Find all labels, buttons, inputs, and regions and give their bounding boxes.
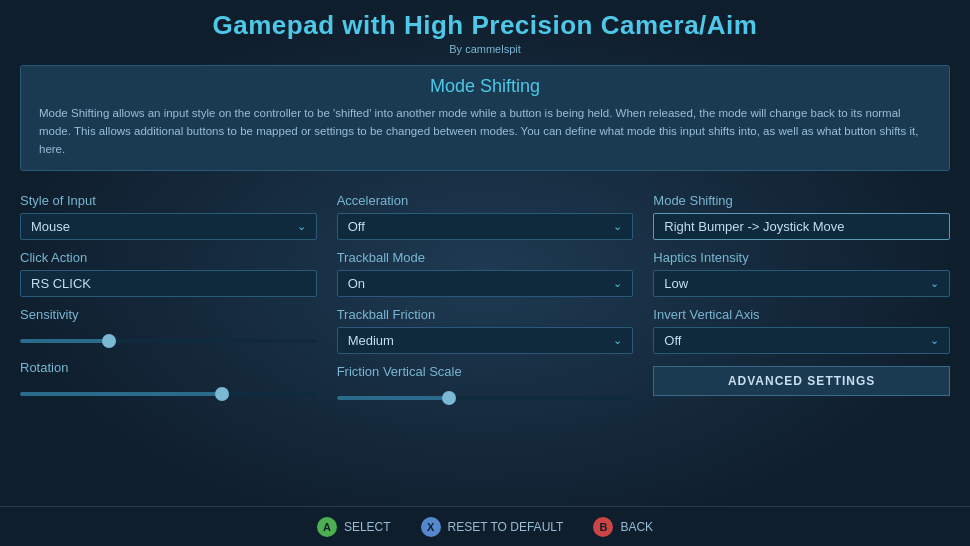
mode-shifting-value: Right Bumper -> Joystick Move bbox=[664, 219, 844, 234]
btn-b-icon: B bbox=[593, 517, 613, 537]
friction-slider-thumb[interactable] bbox=[442, 391, 456, 405]
col-right: Mode Shifting Right Bumper -> Joystick M… bbox=[653, 185, 950, 506]
reset-label: RESET TO DEFAULT bbox=[448, 520, 564, 534]
rotation-label: Rotation bbox=[20, 360, 317, 375]
acceleration-label: Acceleration bbox=[337, 193, 634, 208]
haptics-intensity-dropdown[interactable]: Low ⌄ bbox=[653, 270, 950, 297]
haptics-intensity-label: Haptics Intensity bbox=[653, 250, 950, 265]
trackball-friction-label: Trackball Friction bbox=[337, 307, 634, 322]
bottom-bar: A SELECT X RESET TO DEFAULT B BACK bbox=[0, 506, 970, 546]
back-label: BACK bbox=[620, 520, 653, 534]
invert-vertical-axis-label: Invert Vertical Axis bbox=[653, 307, 950, 322]
select-action: A SELECT bbox=[317, 517, 391, 537]
haptics-intensity-chevron-icon: ⌄ bbox=[930, 277, 939, 290]
trackball-friction-chevron-icon: ⌄ bbox=[613, 334, 622, 347]
invert-vertical-axis-value: Off bbox=[664, 333, 681, 348]
settings-grid: Style of Input Mouse ⌄ Click Action RS C… bbox=[0, 181, 970, 506]
friction-slider-fill bbox=[337, 396, 450, 400]
acceleration-chevron-icon: ⌄ bbox=[613, 220, 622, 233]
rotation-slider[interactable] bbox=[20, 385, 317, 403]
trackball-friction-dropdown[interactable]: Medium ⌄ bbox=[337, 327, 634, 354]
back-action: B BACK bbox=[593, 517, 653, 537]
btn-x-icon: X bbox=[421, 517, 441, 537]
click-action-field: RS CLICK bbox=[20, 270, 317, 297]
trackball-mode-chevron-icon: ⌄ bbox=[613, 277, 622, 290]
style-of-input-chevron-icon: ⌄ bbox=[297, 220, 306, 233]
mode-shifting-field: Right Bumper -> Joystick Move bbox=[653, 213, 950, 240]
trackball-mode-label: Trackball Mode bbox=[337, 250, 634, 265]
invert-vertical-axis-chevron-icon: ⌄ bbox=[930, 334, 939, 347]
style-of-input-label: Style of Input bbox=[20, 193, 317, 208]
click-action-label: Click Action bbox=[20, 250, 317, 265]
page-wrapper: Gamepad with High Precision Camera/Aim B… bbox=[0, 0, 970, 546]
btn-a-icon: A bbox=[317, 517, 337, 537]
rotation-slider-fill bbox=[20, 392, 222, 396]
friction-vertical-scale-label: Friction Vertical Scale bbox=[337, 364, 634, 379]
friction-vertical-scale-slider[interactable] bbox=[337, 389, 634, 407]
advanced-settings-button[interactable]: ADVANCED SETTINGS bbox=[653, 366, 950, 396]
sensitivity-slider[interactable] bbox=[20, 332, 317, 350]
mode-shifting-label: Mode Shifting bbox=[653, 193, 950, 208]
sensitivity-slider-thumb[interactable] bbox=[102, 334, 116, 348]
col-mid: Acceleration Off ⌄ Trackball Mode On ⌄ T… bbox=[337, 185, 634, 506]
mode-shifting-box-title: Mode Shifting bbox=[39, 76, 931, 97]
trackball-mode-dropdown[interactable]: On ⌄ bbox=[337, 270, 634, 297]
mode-shifting-box-description: Mode Shifting allows an input style on t… bbox=[39, 105, 931, 158]
acceleration-value: Off bbox=[348, 219, 365, 234]
style-of-input-value: Mouse bbox=[31, 219, 70, 234]
page-subtitle: By cammelspit bbox=[0, 43, 970, 55]
rotation-slider-track bbox=[20, 392, 317, 396]
acceleration-dropdown[interactable]: Off ⌄ bbox=[337, 213, 634, 240]
haptics-intensity-value: Low bbox=[664, 276, 688, 291]
mode-shifting-info-box: Mode Shifting Mode Shifting allows an in… bbox=[20, 65, 950, 171]
select-label: SELECT bbox=[344, 520, 391, 534]
sensitivity-label: Sensitivity bbox=[20, 307, 317, 322]
reset-action: X RESET TO DEFAULT bbox=[421, 517, 564, 537]
rotation-slider-thumb[interactable] bbox=[215, 387, 229, 401]
style-of-input-dropdown[interactable]: Mouse ⌄ bbox=[20, 213, 317, 240]
sensitivity-slider-track bbox=[20, 339, 317, 343]
friction-slider-track bbox=[337, 396, 634, 400]
trackball-mode-value: On bbox=[348, 276, 365, 291]
click-action-value: RS CLICK bbox=[31, 276, 91, 291]
col-left: Style of Input Mouse ⌄ Click Action RS C… bbox=[20, 185, 317, 506]
header: Gamepad with High Precision Camera/Aim B… bbox=[0, 0, 970, 59]
trackball-friction-value: Medium bbox=[348, 333, 394, 348]
page-title: Gamepad with High Precision Camera/Aim bbox=[0, 10, 970, 41]
sensitivity-slider-fill bbox=[20, 339, 109, 343]
invert-vertical-axis-dropdown[interactable]: Off ⌄ bbox=[653, 327, 950, 354]
